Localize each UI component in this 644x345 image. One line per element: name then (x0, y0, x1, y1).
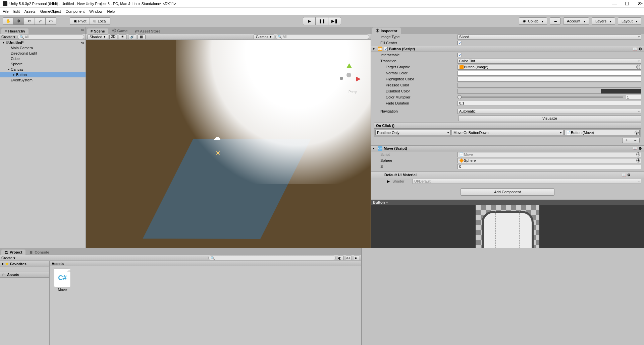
sphere-field[interactable]: 🔶 Sphere⦿ (458, 158, 641, 163)
cloud-button[interactable]: ☁ (550, 17, 560, 25)
material-header[interactable]: Default UI Material 📖 ⚙ (371, 171, 644, 178)
hierarchy-scene-item[interactable]: ▾⊛ Untitled*▪≡ (0, 40, 86, 45)
hierarchy-item-canvas[interactable]: ▾Canvas (0, 67, 86, 72)
pivot-button[interactable]: ▣ Pivot (70, 17, 90, 25)
play-button[interactable]: ▶ (303, 17, 316, 25)
navigation-dropdown[interactable]: Automatic (458, 109, 641, 114)
project-search-input[interactable]: 🔍 (208, 256, 336, 260)
scene-view[interactable]: ☁ ☀ Persp (86, 40, 371, 248)
scene-tab[interactable]: # Scene (87, 28, 108, 34)
target-graphic-field[interactable]: 🟧 Button (Image)⦿ (458, 65, 641, 70)
layers-dropdown[interactable]: Layers (592, 17, 615, 25)
onclick-mode-dropdown[interactable]: Runtime Only (375, 130, 450, 135)
hierarchy-search-input[interactable]: 🔍All (17, 34, 84, 39)
s-field-input[interactable] (458, 164, 641, 169)
hierarchy-create-dropdown[interactable]: Create ▾ (1, 35, 15, 39)
favorites-header[interactable]: ▸★Favorites (0, 261, 49, 267)
local-button[interactable]: ⊞ Local (90, 17, 110, 25)
preview-header[interactable]: Button ▾ (371, 200, 644, 205)
normal-color-field[interactable]: ✎ (458, 71, 641, 76)
disabled-color-field[interactable]: ✎ (458, 89, 641, 94)
onclick-remove-button[interactable]: − (631, 138, 640, 143)
hierarchy-item-main-camera[interactable]: Main Camera (0, 45, 86, 51)
scene-gizmos-dropdown[interactable]: Gizmos ▾ (254, 34, 274, 39)
scene-lighting-toggle[interactable]: ☀ (119, 34, 127, 39)
onclick-object-field[interactable]: 📄 Button (Move)⦿ (565, 130, 640, 135)
hierarchy-item-directional-light[interactable]: Directional Light (0, 51, 86, 56)
highlighted-color-field[interactable]: ✎ (458, 77, 641, 82)
console-tab[interactable]: 🗏 Console (26, 250, 52, 255)
scale-tool-button[interactable]: ⤢ (35, 17, 46, 25)
hierarchy-item-cube[interactable]: Cube (0, 56, 86, 61)
project-path-bar[interactable]: Assets (50, 261, 361, 266)
fade-duration-input[interactable] (458, 101, 641, 106)
scene-audio-toggle[interactable]: 🔊 (128, 34, 136, 39)
image-type-dropdown[interactable]: Sliced (458, 34, 641, 40)
panel-options-icon[interactable]: ▪≡ (639, 1, 643, 5)
pressed-color-field[interactable]: ✎ (458, 83, 641, 88)
panel-options-icon[interactable]: ▪≡ (81, 28, 84, 32)
project-item-move[interactable]: C# Move (52, 268, 73, 292)
component-help-icon[interactable]: 📖 (633, 146, 637, 151)
maximize-button[interactable]: ☐ (625, 1, 629, 6)
pause-button[interactable]: ❚❚ (316, 17, 328, 25)
scene-fx-toggle[interactable]: ▦ (138, 34, 146, 39)
component-gear-icon[interactable]: ⚙ (639, 47, 642, 51)
hierarchy-panel: ≡ Hierarchy ▪≡ Create ▾ 🔍All ▾⊛ Untitled… (0, 27, 86, 248)
hierarchy-item-eventsystem[interactable]: EventSystem (0, 77, 86, 83)
layout-dropdown[interactable]: Layout (618, 17, 641, 25)
shader-dropdown[interactable]: UI/Default (413, 179, 641, 184)
hierarchy-item-sphere[interactable]: Sphere (0, 61, 86, 67)
menu-assets[interactable]: Assets (24, 9, 36, 13)
interactable-checkbox[interactable]: ✓ (458, 53, 462, 57)
filter-type-icon[interactable]: 🏷 (346, 256, 352, 260)
color-multiplier-slider[interactable] (458, 96, 623, 98)
menu-component[interactable]: Component (65, 9, 85, 13)
project-create-dropdown[interactable]: Create ▾ (1, 256, 15, 260)
normal-color-label: Normal Color (380, 71, 458, 75)
rect-tool-button[interactable]: ▭ (46, 17, 56, 25)
rotate-tool-button[interactable]: ⟳ (24, 17, 35, 25)
account-dropdown[interactable]: Account (563, 17, 589, 25)
scene-2d-toggle[interactable]: 2D (109, 34, 117, 39)
button-script-header[interactable]: ▾OK✓ Button (Script) 📖 ⚙ (371, 46, 644, 52)
scene-persp-label: Persp (348, 90, 357, 94)
move-tool-button[interactable]: ✥ (13, 17, 24, 25)
component-help-icon[interactable]: 📖 (633, 47, 637, 51)
collab-dropdown[interactable]: ◉ Collab (519, 17, 547, 25)
image-type-label: Image Type (380, 35, 458, 39)
hand-tool-button[interactable]: ✋ (3, 17, 13, 25)
assets-folder[interactable]: 🗀Assets (0, 272, 49, 278)
project-tab[interactable]: 🗀 Project (1, 250, 25, 255)
scene-search-input[interactable]: 🔍All (275, 34, 369, 39)
material-fold-icon[interactable]: ▶ (387, 179, 390, 184)
menu-gameobject[interactable]: GameObject (40, 9, 61, 13)
transition-dropdown[interactable]: Color Tint (458, 59, 641, 64)
menu-window[interactable]: Window (89, 9, 102, 13)
menu-file[interactable]: File (3, 9, 9, 13)
inspector-tab[interactable]: ⓘ Inspector (372, 27, 401, 34)
move-script-header[interactable]: ▾C# Move (Script) 📖 ⚙ (371, 145, 644, 151)
onclick-function-dropdown[interactable]: Move.OnButtonDown (452, 130, 563, 135)
fade-duration-label: Fade Duration (380, 101, 458, 105)
component-gear-icon[interactable]: ⚙ (639, 146, 642, 151)
menu-edit[interactable]: Edit (13, 9, 20, 13)
visualize-button[interactable]: Visualize (458, 115, 641, 121)
menu-help[interactable]: Help (107, 9, 115, 13)
scene-shaded-dropdown[interactable]: Shaded ▾ (87, 34, 108, 39)
filter-save-icon[interactable]: ★ (354, 256, 360, 260)
add-component-button[interactable]: Add Component (461, 188, 554, 196)
asset-store-tab[interactable]: 🏷 Asset Store (131, 28, 164, 34)
fill-center-checkbox[interactable]: ✓ (458, 41, 462, 45)
minimize-button[interactable]: — (612, 1, 617, 6)
color-multiplier-input[interactable] (626, 95, 641, 100)
scene-orientation-gizmo[interactable] (337, 63, 361, 87)
onclick-add-button[interactable]: + (622, 138, 631, 143)
game-tab[interactable]: ⓒ Game (109, 27, 131, 34)
filter-asset-icon[interactable]: ◐ (338, 256, 344, 260)
hierarchy-tab[interactable]: ≡ Hierarchy (1, 28, 29, 34)
step-button[interactable]: ▶❚ (328, 17, 341, 25)
onclick-header: On Click () (374, 123, 641, 129)
unity-logo-icon (3, 1, 7, 6)
hierarchy-item-button[interactable]: ▸Button (0, 72, 86, 77)
